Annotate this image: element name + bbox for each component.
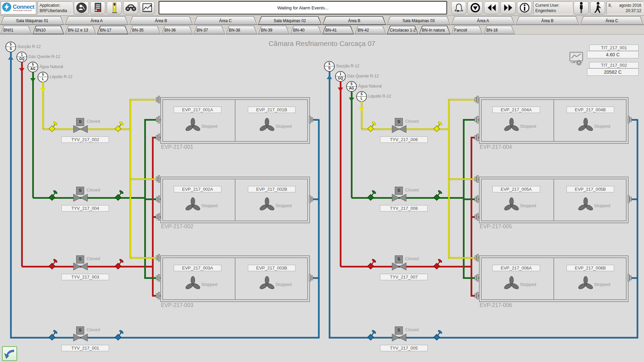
evaporator-unit — [160, 97, 310, 144]
pipe-vertical — [32, 72, 34, 198]
auto-valve-icon[interactable] — [392, 334, 407, 343]
evaporator-unit — [160, 177, 310, 223]
legend-text: Água Natural — [358, 84, 382, 88]
legend-text: Água Natural — [40, 64, 63, 69]
pipe-vertical — [340, 81, 341, 266]
auto-valve-icon[interactable] — [73, 262, 88, 272]
flow-arrow-down — [349, 98, 354, 102]
fan-icon[interactable] — [259, 118, 275, 135]
auto-valve-icon[interactable] — [392, 125, 407, 134]
pipe-flange — [156, 292, 160, 301]
evaporator-cell-tag: EVP_217_006B — [567, 265, 614, 271]
fan-icon[interactable] — [503, 197, 520, 215]
fan-status-text: Stopped — [201, 282, 217, 287]
pipe-flange — [156, 195, 160, 204]
solenoid-actuator[interactable]: S — [76, 187, 84, 195]
line-legend-circle: 5S — [324, 61, 335, 72]
manual-valve-icon[interactable] — [111, 328, 125, 343]
fan-status-text: Stopped — [275, 203, 291, 208]
valve-status-text: Closed — [87, 327, 100, 332]
auto-valve-icon[interactable] — [73, 125, 88, 134]
flow-arrow-down — [40, 88, 46, 92]
fan-status-text: Stopped — [275, 282, 291, 287]
pipe-vertical — [329, 71, 330, 338]
manual-valve-icon[interactable] — [364, 257, 377, 272]
solenoid-actuator[interactable]: S — [395, 255, 403, 263]
solenoid-actuator[interactable]: S — [76, 118, 84, 126]
line-legend-circle: 1GQ — [335, 71, 346, 82]
evaporator-name: EVP-217-002 — [161, 224, 193, 230]
evaporator-cell-tag: EVP_217_004A — [492, 107, 540, 113]
fan-icon[interactable] — [578, 118, 594, 135]
fan-icon[interactable] — [503, 118, 520, 135]
manual-valve-icon[interactable] — [430, 257, 443, 272]
valve-status-text: Closed — [87, 187, 100, 192]
solenoid-actuator[interactable]: S — [395, 326, 403, 335]
pipe-vertical — [361, 101, 363, 129]
evaporator-cell-tag: EVP_217_002A — [174, 186, 221, 192]
pipe-flange — [475, 274, 479, 283]
evaporator-cell-tag: EVP_217_001A — [174, 107, 221, 113]
fan-icon[interactable] — [185, 197, 201, 215]
pipe-flange — [156, 134, 160, 142]
evaporator-name: EVP-217-003 — [161, 302, 193, 308]
fan-icon[interactable] — [259, 197, 275, 215]
solenoid-actuator[interactable]: S — [395, 187, 403, 195]
solenoid-actuator[interactable]: S — [395, 118, 403, 126]
pipe-flange — [628, 116, 632, 125]
legend-text: Gás Quente R-12 — [29, 54, 60, 59]
pipe-flange — [628, 195, 632, 204]
fan-icon[interactable] — [259, 276, 275, 294]
solenoid-actuator[interactable]: S — [76, 326, 84, 335]
flow-arrow-down — [19, 68, 24, 72]
back-button[interactable] — [2, 346, 17, 361]
fan-icon[interactable] — [578, 276, 594, 294]
manual-valve-icon[interactable] — [430, 188, 443, 203]
flow-arrow-down — [338, 87, 343, 92]
pipe-vertical — [10, 52, 12, 338]
valve-status-text: Closed — [87, 119, 100, 124]
legend-text: Gás Quente R-12 — [347, 74, 379, 78]
manual-valve-icon[interactable] — [364, 119, 377, 134]
pipe-flange — [475, 175, 479, 184]
fan-icon[interactable] — [503, 276, 520, 294]
line-legend-circle: 5S — [5, 42, 16, 52]
manual-valve-icon[interactable] — [430, 119, 443, 134]
manual-valve-icon[interactable] — [111, 119, 125, 134]
manual-valve-icon[interactable] — [364, 328, 377, 343]
evaporator-cell-tag: EVP_217_003B — [248, 265, 296, 271]
valve-status-text: Closed — [405, 327, 419, 332]
legend-text: Liquido R-12 — [368, 94, 391, 99]
valve-status-text: Closed — [87, 256, 100, 261]
manual-valve-icon[interactable] — [45, 119, 59, 134]
manual-valve-icon[interactable] — [111, 257, 125, 272]
fan-icon[interactable] — [578, 197, 594, 215]
manual-valve-icon[interactable] — [45, 188, 59, 203]
manual-valve-icon[interactable] — [111, 188, 125, 203]
legend-number: 1 — [17, 52, 26, 57]
fan-icon[interactable] — [185, 276, 201, 294]
legend-number: 5 — [6, 42, 15, 47]
manual-valve-icon[interactable] — [45, 257, 59, 272]
back-icon — [4, 348, 16, 359]
fan-icon[interactable] — [185, 118, 201, 135]
legend-code: GQ — [17, 57, 26, 61]
fan-status-text: Stopped — [520, 282, 536, 287]
pipe-flange — [475, 292, 479, 301]
pipe-vertical — [637, 120, 638, 338]
fan-status-text: Stopped — [520, 203, 536, 208]
auto-valve-icon[interactable] — [73, 334, 88, 343]
valve-tag-plate: TYV_217_007 — [380, 274, 428, 280]
solenoid-actuator[interactable]: S — [76, 255, 84, 263]
auto-valve-icon[interactable] — [392, 194, 407, 203]
pipe-flange — [309, 274, 313, 283]
manual-valve-icon[interactable] — [430, 328, 443, 343]
pipe-flange — [156, 175, 160, 184]
manual-valve-icon[interactable] — [364, 188, 377, 203]
auto-valve-icon[interactable] — [392, 262, 407, 272]
evaporator-name: EVP-217-001 — [161, 144, 193, 150]
manual-valve-icon[interactable] — [45, 328, 59, 343]
evaporator-cell-divider — [235, 179, 235, 221]
auto-valve-icon[interactable] — [73, 194, 88, 203]
pipe-vertical — [318, 120, 320, 338]
